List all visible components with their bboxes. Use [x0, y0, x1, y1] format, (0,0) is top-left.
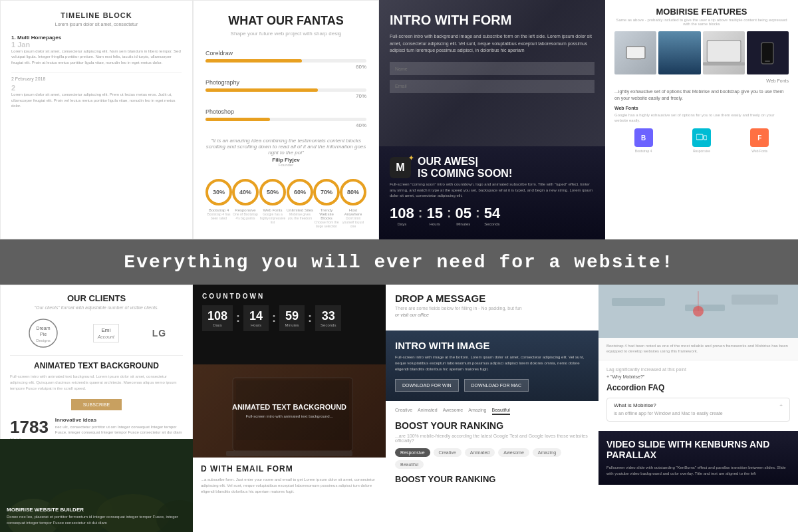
svg-rect-2: [707, 41, 741, 63]
client-logo-2: Emi Account: [93, 324, 119, 342]
map-section: [598, 285, 798, 338]
boost-sub: ...are 100% mobile-friendly according th…: [395, 434, 589, 443]
feat-image-row: [614, 31, 789, 74]
resp-tab-creative[interactable]: Creative: [434, 448, 462, 457]
tab-beautiful[interactable]: Beautiful: [492, 408, 510, 415]
webfonts-info: Bootstrap 4 had been noted as one of the…: [598, 338, 798, 360]
web-fonts-body: Google has a highly exhaustive set of op…: [614, 112, 789, 124]
feat-bootstrap: B Bootstrap 4: [634, 128, 653, 153]
cd-box-days: 108 Days: [202, 305, 233, 331]
email-form-section: D WITH EMAIL FORM ...a subscribe form. J…: [193, 458, 386, 532]
entry1-text: Lorem ipsum dolor sit amet, consectetur …: [11, 49, 182, 65]
boost-section: Creative Animated Awesome Amazing Beauti…: [386, 401, 598, 491]
vs-title: VIDEO SLIDE WITH KENBURNS AND PARALLAX: [606, 439, 790, 462]
intro-form-title: INTRO WITH FORM: [390, 12, 595, 28]
form-name-input[interactable]: [390, 62, 595, 75]
mob-feat-body: ...ightly exhaustive set of options that…: [614, 88, 789, 102]
lag-note: Lag significantly increased at this poin…: [606, 367, 790, 372]
founder-quote: "It is an amazing idea combining the tes…: [205, 138, 366, 156]
mob-feat-sub: Same as above - probably included to giv…: [614, 18, 789, 26]
tab-creative[interactable]: Creative: [395, 408, 412, 415]
entry2-text: Lorem ipsum dolor sit amet, consectetur …: [11, 92, 182, 108]
cd-box-hours: 14 Hours: [243, 305, 269, 331]
web-fonts-title-sm: Web Fonts: [614, 106, 789, 110]
feat-icons-row: B Bootstrap 4 Responsive F Web Fonts: [614, 128, 789, 153]
cd-days: 108 Days: [390, 205, 414, 226]
accordion-section: Lag significantly increased at this poin…: [598, 360, 798, 431]
client-logo-3: LG: [152, 328, 166, 338]
acc-q-1: What is Mobirise? +: [614, 402, 783, 408]
circle-unlimited: 60% Unlimited Sites Mobirise gives you t…: [287, 179, 313, 228]
clients-logos-row: Dream Pie Designs Emi Account LG: [10, 317, 183, 350]
dl-win-button[interactable]: DOWNLOAD FOR WIN: [395, 379, 459, 392]
svg-text:Designs: Designs: [36, 338, 51, 342]
feat-webfonts2: F Web Fonts: [750, 128, 769, 153]
tile-coming-soon: INTRO WITH FORM Full-screen intro with b…: [379, 0, 605, 239]
coming-soon-section: M✦ OUR AWES|IS COMING SOON! Full-screen …: [379, 146, 605, 239]
skill-photography-label: Photography: [205, 79, 366, 86]
feat-responsive: Responsive: [692, 128, 711, 153]
countdown-row: 108 Days : 15 Hours : 05 Minutes : 54 Se…: [390, 205, 595, 226]
skill-photography-pct: 70%: [205, 93, 366, 99]
svg-rect-7: [704, 136, 707, 140]
email-form-body: ...a subscribe form. Just enter your nam…: [201, 477, 378, 495]
acc-a-1: is an offline app for Window and Mac to …: [614, 410, 783, 417]
resp-tab-responsive[interactable]: Responsive: [395, 448, 430, 457]
drop-or-visit: or visit our office: [395, 313, 589, 317]
resp-tab-awesome[interactable]: Awesome: [498, 448, 529, 457]
innovative-sub: nec ulc, consectetur porttitor ut orn In…: [55, 424, 183, 436]
entry2-num: 2: [11, 84, 182, 92]
resp-tabs-row: Responsive Creative Animated Awesome Ama…: [395, 448, 589, 469]
skills-subheading: Shape your future web project with sharp…: [205, 31, 366, 37]
skill-photoshop-label: Photoshop: [205, 108, 366, 115]
anim-body: Full-screen intro with animated text bac…: [10, 374, 183, 392]
tile-drop-message: DROP A MESSAGE There are some fields bel…: [386, 285, 598, 532]
feat-img-laptop: [703, 31, 745, 74]
skills-heading: WHAT OUR FANTAS: [205, 14, 366, 28]
resp-tab-beautiful[interactable]: Beautiful: [395, 460, 424, 469]
intro-form-section: INTRO WITH FORM Full-screen intro with b…: [379, 0, 605, 146]
boost-title2: BOOST YOUR RANKING: [395, 474, 589, 484]
tile-countdown: COUNTDOWN 108 Days : 14 Hours : 59 Minut…: [193, 285, 386, 532]
tab-amazing[interactable]: Amazing: [468, 408, 486, 415]
dl-buttons: DOWNLOAD FOR WIN DOWNLOAD FOR MAC: [395, 379, 589, 392]
dl-mac-button[interactable]: DOWNLOAD FOR MAC: [464, 379, 529, 392]
feat-img-phone: [747, 31, 789, 74]
tile-skills: WHAT OUR FANTAS Shape your future web pr…: [193, 0, 379, 239]
why-mobirise-item: + "Why Mobirise?": [606, 374, 790, 379]
acc-item-1[interactable]: What is Mobirise? + is an offline app fo…: [606, 398, 790, 422]
cd-box-seconds: 33 Seconds: [315, 305, 341, 331]
date-label: 2 February 2018: [11, 76, 182, 81]
tile-forest-bottom: MOBIRISE WEBSITE BUILDER Donec nec leo, …: [0, 439, 193, 532]
svg-rect-5: [765, 61, 770, 62]
svg-text:Dream: Dream: [36, 326, 50, 331]
web-fonts-label-top: Web Fonts: [614, 78, 789, 83]
countdown-title: COUNTDOWN: [202, 293, 376, 300]
tile-timeline: TIMELINE BLOCK Lorem ipsum dolor sit ame…: [0, 0, 193, 239]
awes-title: OUR AWES|IS COMING SOON!: [418, 156, 512, 179]
awes-sub: Full-screen "coming soon" intro with cou…: [390, 182, 595, 198]
clients-subtitle: "Our clients" format with adjustable num…: [10, 305, 183, 310]
banner: Everything you will ever need for a webs…: [0, 239, 798, 285]
subscribe-button[interactable]: SUBSCRIBE: [71, 399, 122, 410]
svg-rect-1: [630, 59, 641, 60]
circle-bootstrap: 30% Bootstrap 4 Bootstrap 4 has been rat…: [205, 179, 232, 228]
tile-mobirise-features: MOBIRISE FEATURES Same as above - probab…: [605, 0, 798, 239]
m-logo: M✦: [390, 157, 411, 178]
form-email-input[interactable]: [390, 80, 595, 93]
boost-title: BOOST YOUR RANKING: [395, 420, 589, 431]
animated-bg-section: ANIMATED TEXT BACKGROUND Full-screen int…: [193, 364, 386, 458]
cd-hours: 15 Hours: [426, 205, 442, 226]
circle-webfonts: 50% Web Fonts Google has a highly impres…: [259, 179, 287, 228]
drop-title: DROP A MESSAGE: [395, 293, 589, 304]
resp-tab-animated[interactable]: Animated: [465, 448, 495, 457]
anim-text-title: ANIMATED TEXT BACKGROUND: [232, 403, 346, 411]
tab-animated[interactable]: Animated: [418, 408, 438, 415]
entry1-label: 1. Multi Homepages: [11, 35, 182, 41]
resp-tab-amazing[interactable]: Amazing: [533, 448, 561, 457]
animated-text-section: ANIMATED TEXT BACKGROUND Full-screen int…: [10, 361, 183, 410]
svg-rect-17: [612, 298, 665, 306]
intro-form-body: Full-screen intro with background image …: [390, 33, 595, 55]
tab-awesome[interactable]: Awesome: [443, 408, 464, 415]
mobirise-wb-title: MOBIRISE WEBSITE BUILDER: [7, 507, 186, 513]
